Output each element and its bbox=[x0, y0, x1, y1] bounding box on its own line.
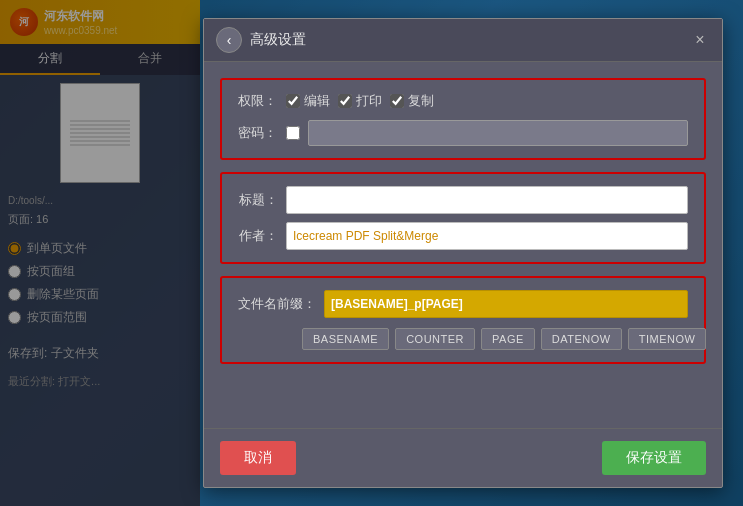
close-icon: × bbox=[695, 31, 704, 49]
author-row: 作者： bbox=[238, 222, 688, 250]
checkbox-print[interactable] bbox=[338, 94, 352, 108]
token-buttons: BASENAME COUNTER PAGE DATENOW TIMENOW bbox=[238, 328, 688, 350]
token-timenow[interactable]: TIMENOW bbox=[628, 328, 707, 350]
token-basename[interactable]: BASENAME bbox=[302, 328, 389, 350]
password-label: 密码： bbox=[238, 124, 278, 142]
perm-copy-label: 复制 bbox=[408, 92, 434, 110]
dialog-titlebar: ‹ 高级设置 × bbox=[204, 19, 722, 62]
save-button[interactable]: 保存设置 bbox=[602, 441, 706, 475]
title-input[interactable] bbox=[286, 186, 688, 214]
password-row: 密码： bbox=[238, 120, 688, 146]
title-row: 标题： bbox=[238, 186, 688, 214]
password-input[interactable] bbox=[308, 120, 688, 146]
dialog-footer: 取消 保存设置 bbox=[204, 428, 722, 487]
back-icon: ‹ bbox=[227, 32, 232, 48]
dialog-body: 权限： 编辑 打印 复制 密码： bbox=[204, 62, 722, 428]
close-button[interactable]: × bbox=[690, 30, 710, 50]
metadata-section: 标题： 作者： bbox=[220, 172, 706, 264]
perm-edit-label: 编辑 bbox=[304, 92, 330, 110]
token-counter[interactable]: COUNTER bbox=[395, 328, 475, 350]
permissions-label: 权限： bbox=[238, 92, 278, 110]
password-checkbox[interactable] bbox=[286, 126, 300, 140]
token-datenow[interactable]: DATENOW bbox=[541, 328, 622, 350]
cancel-button[interactable]: 取消 bbox=[220, 441, 296, 475]
author-label: 作者： bbox=[238, 227, 278, 245]
filename-section: 文件名前缀： BASENAME COUNTER PAGE DATENOW TIM… bbox=[220, 276, 706, 364]
perm-copy[interactable]: 复制 bbox=[390, 92, 434, 110]
checkbox-copy[interactable] bbox=[390, 94, 404, 108]
dialog-title: 高级设置 bbox=[250, 31, 306, 49]
filename-label: 文件名前缀： bbox=[238, 295, 316, 313]
permissions-row: 权限： 编辑 打印 复制 bbox=[238, 92, 688, 110]
permissions-section: 权限： 编辑 打印 复制 密码： bbox=[220, 78, 706, 160]
filename-row: 文件名前缀： bbox=[238, 290, 688, 318]
author-input[interactable] bbox=[286, 222, 688, 250]
dialog-title-left: ‹ 高级设置 bbox=[216, 27, 306, 53]
perm-print[interactable]: 打印 bbox=[338, 92, 382, 110]
title-label: 标题： bbox=[238, 191, 278, 209]
filename-input[interactable] bbox=[324, 290, 688, 318]
advanced-settings-dialog: ‹ 高级设置 × 权限： 编辑 打印 bbox=[203, 18, 723, 488]
perm-print-label: 打印 bbox=[356, 92, 382, 110]
token-page[interactable]: PAGE bbox=[481, 328, 535, 350]
checkbox-edit[interactable] bbox=[286, 94, 300, 108]
dialog-overlay: ‹ 高级设置 × 权限： 编辑 打印 bbox=[0, 0, 743, 506]
perm-edit[interactable]: 编辑 bbox=[286, 92, 330, 110]
back-button[interactable]: ‹ bbox=[216, 27, 242, 53]
